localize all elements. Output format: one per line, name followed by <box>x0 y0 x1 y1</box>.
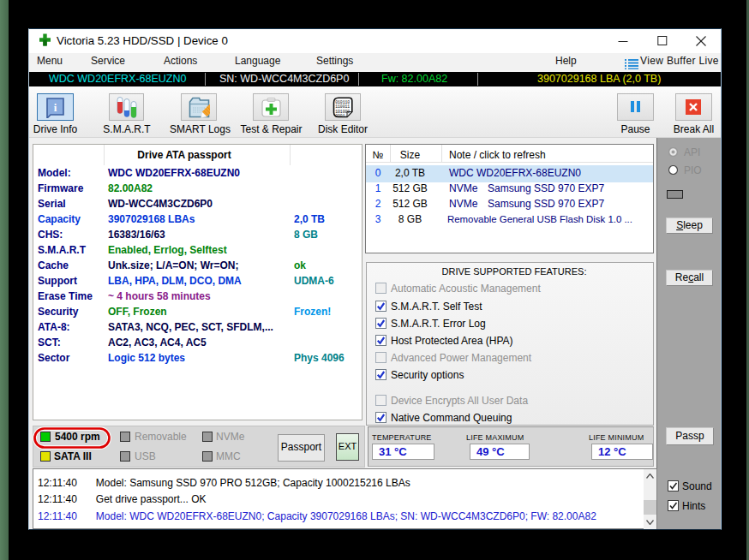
svg-text:0001: 0001 <box>335 113 345 118</box>
svg-text:i: i <box>54 101 57 114</box>
